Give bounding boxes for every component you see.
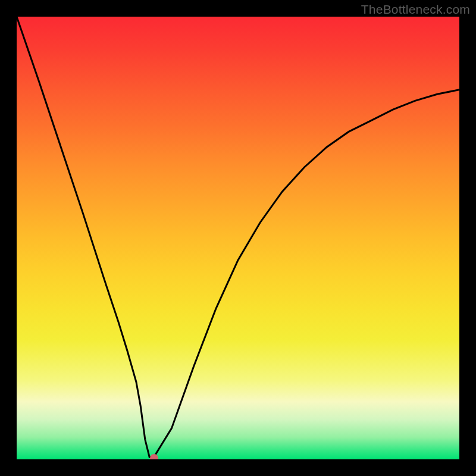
bottleneck-curve (17, 17, 459, 459)
watermark-text: TheBottleneck.com (361, 2, 470, 17)
plot-area (17, 17, 459, 459)
chart-frame: TheBottleneck.com (0, 0, 476, 476)
optimal-point-dot (150, 454, 158, 459)
